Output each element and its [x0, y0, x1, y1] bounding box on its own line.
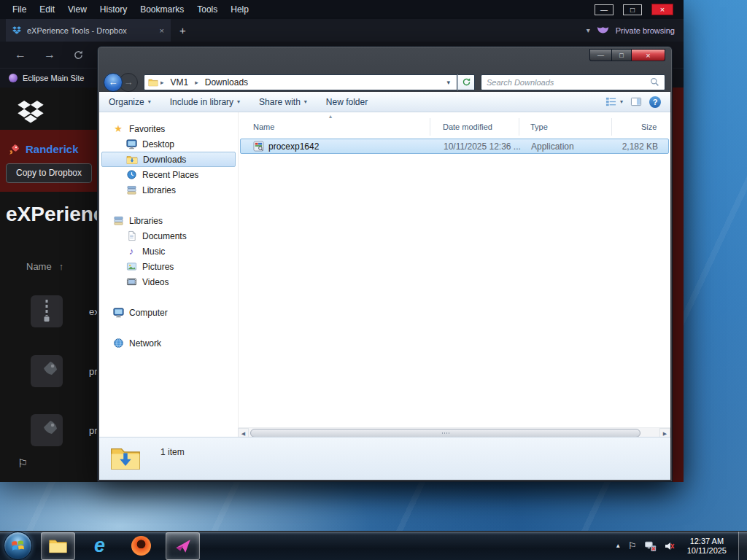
browser-tabbar: eXPerience Tools - Dropbox × + ▾ Private… — [0, 19, 684, 42]
search-box — [481, 74, 665, 90]
name-header-label: Name — [26, 261, 52, 272]
pictures-icon — [125, 261, 137, 273]
address-dropdown-icon[interactable]: ▾ — [444, 79, 453, 86]
nav-item-music[interactable]: ♪ Music — [99, 244, 238, 259]
show-hidden-icons-chevron[interactable]: ▲ — [615, 542, 621, 549]
nav-item-videos[interactable]: Videos — [99, 274, 238, 289]
column-header-size[interactable]: Size — [612, 118, 670, 136]
nav-item-pictures[interactable]: Pictures — [99, 259, 238, 274]
bookmark-favicon-icon — [9, 74, 18, 82]
explorer-body: Organize▾ Include in library▾ Share with… — [99, 92, 670, 480]
menu-help[interactable]: Help — [224, 2, 255, 17]
tab-title: eXPerience Tools - Dropbox — [27, 26, 154, 35]
file-list-pane: ▴ Name Date modified Type Size procexp16… — [238, 112, 670, 427]
nav-group-network[interactable]: Network — [99, 335, 238, 351]
search-input[interactable] — [487, 78, 650, 87]
nav-item-recent-places[interactable]: Recent Places — [99, 167, 238, 182]
explorer-window-controls: — □ × — [589, 49, 665, 61]
menu-history[interactable]: History — [93, 2, 133, 17]
taskbar-active-app-button[interactable] — [166, 532, 200, 560]
column-header-type[interactable]: Type — [519, 118, 612, 136]
nav-item-libraries-favorite[interactable]: Libraries — [99, 182, 238, 198]
nav-group-favorites[interactable]: ★ Favorites — [99, 121, 238, 136]
desktop-icon — [125, 139, 137, 150]
new-tab-button[interactable]: + — [179, 24, 186, 36]
explorer-maximize-button[interactable]: □ — [611, 49, 632, 61]
windows-logo-icon — [10, 538, 26, 553]
explorer-main: ★ Favorites Desktop Downloads Recent Pla… — [99, 112, 670, 427]
browser-tab[interactable]: eXPerience Tools - Dropbox × — [6, 19, 171, 42]
recent-places-icon — [125, 169, 137, 181]
breadcrumb-downloads[interactable]: Downloads — [201, 77, 252, 88]
zip-file-icon — [31, 295, 63, 327]
help-icon[interactable]: ? — [649, 96, 661, 108]
chevron-down-icon: ▾ — [620, 98, 623, 105]
status-bar: 1 item — [99, 437, 670, 480]
nav-item-downloads[interactable]: Downloads — [101, 152, 236, 167]
bookmark-eclipse-main-site[interactable]: Eclipse Main Site — [23, 74, 84, 82]
app-file-icon — [31, 355, 63, 387]
browser-reload-icon[interactable] — [73, 50, 84, 61]
menu-tools[interactable]: Tools — [190, 2, 224, 17]
show-desktop-button[interactable] — [738, 532, 747, 560]
preview-pane-icon[interactable] — [630, 96, 642, 107]
sort-ascending-icon: ↑ — [59, 261, 64, 272]
system-tray: ▲ ⚐ 12:37 AM 10/11/2025 — [615, 532, 747, 560]
explorer-folder-icon — [48, 536, 68, 556]
item-count-label: 1 item — [160, 447, 185, 457]
action-center-flag-icon[interactable]: ⚐ — [628, 540, 637, 551]
organize-button[interactable]: Organize▾ — [109, 97, 151, 107]
libraries-icon — [125, 184, 137, 196]
menu-bookmarks[interactable]: Bookmarks — [133, 2, 190, 17]
file-name: procexp1642 — [268, 141, 319, 152]
new-folder-button[interactable]: New folder — [326, 97, 368, 107]
menu-view[interactable]: View — [61, 2, 93, 17]
browser-back-icon[interactable]: ← — [15, 48, 26, 61]
address-folder-icon — [148, 77, 158, 88]
nav-group-computer[interactable]: Computer — [99, 305, 238, 320]
refresh-button[interactable] — [457, 74, 475, 90]
videos-icon — [125, 276, 137, 288]
include-in-library-button[interactable]: Include in library▾ — [170, 97, 240, 107]
browser-maximize-button[interactable]: □ — [623, 4, 642, 15]
taskbar: e ▲ ⚐ 12:37 AM 10/11/2025 — [0, 531, 747, 560]
menu-file[interactable]: File — [6, 2, 33, 17]
address-bar[interactable]: ▸ VM1 ▸ Downloads ▾ — [144, 74, 457, 90]
taskbar-browser-button[interactable] — [124, 532, 158, 560]
column-header-date-modified[interactable]: Date modified — [430, 118, 519, 136]
nav-item-documents[interactable]: Documents — [99, 228, 238, 244]
explorer-address-row: ← → ▸ VM1 ▸ Downloads ▾ — [104, 73, 665, 91]
nav-group-libraries[interactable]: Libraries — [99, 213, 238, 228]
menu-edit[interactable]: Edit — [33, 2, 61, 17]
start-button[interactable] — [4, 532, 32, 560]
tab-close-icon[interactable]: × — [160, 26, 164, 35]
explorer-back-button[interactable]: ← — [104, 73, 123, 92]
nav-item-desktop[interactable]: Desktop — [99, 136, 238, 152]
explorer-minimize-button[interactable]: — — [589, 49, 611, 61]
dropbox-logo-icon — [18, 101, 44, 123]
taskbar-clock[interactable]: 12:37 AM 10/11/2025 — [683, 537, 731, 556]
column-header-name[interactable]: Name — [239, 118, 430, 136]
documents-icon — [125, 230, 137, 242]
rocket-icon — [9, 144, 20, 155]
explorer-close-button[interactable]: × — [632, 49, 665, 61]
breadcrumb-separator-icon: ▸ — [195, 79, 198, 86]
taskbar-ie-button[interactable]: e — [82, 532, 117, 560]
copy-to-dropbox-button[interactable]: Copy to Dropbox — [6, 163, 92, 183]
share-with-button[interactable]: Share with▾ — [259, 97, 307, 107]
browser-close-button[interactable]: × — [651, 4, 673, 15]
browser-minimize-button[interactable]: — — [595, 4, 614, 15]
explorer-window: — □ × ← → ▸ VM1 ▸ Downloads ▾ — [97, 46, 673, 482]
tab-list-chevron-icon[interactable]: ▾ — [587, 26, 590, 34]
page-brand-link[interactable]: Randerick — [26, 143, 79, 155]
page-list-name-header[interactable]: Name ↑ — [26, 261, 63, 272]
column-headers: ▴ Name Date modified Type Size — [239, 118, 670, 136]
browser-forward-icon[interactable]: → — [44, 48, 55, 61]
chevron-down-icon: ▾ — [237, 98, 240, 105]
taskbar-explorer-button[interactable] — [41, 532, 75, 560]
breadcrumb-vm1[interactable]: VM1 — [166, 77, 193, 88]
file-row-procexp1642[interactable]: procexp1642 10/11/2025 12:36 ... Applica… — [240, 139, 669, 154]
change-view-button[interactable]: ▾ — [605, 96, 623, 107]
volume-status-icon[interactable] — [664, 540, 676, 552]
network-status-icon[interactable] — [644, 540, 657, 552]
